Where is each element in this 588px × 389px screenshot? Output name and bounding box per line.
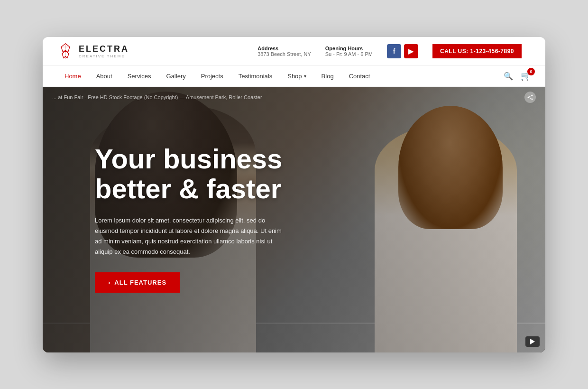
brand-tagline: CREATIVE THEME [79,54,129,58]
hero-title: Your business better & faster [95,144,285,204]
all-features-button[interactable]: › ALL FEATURES [95,272,180,293]
address-block: Address 3873 Beech Street, NY [257,46,311,57]
hero-description: Lorem ipsum dolor sit amet, consectetur … [95,215,285,257]
hours-block: Opening Hours Su - Fr: 9 AM - 6 PM [325,46,373,57]
cta-arrow: › [108,279,110,286]
address-label: Address [257,46,311,51]
nav-item-blog[interactable]: Blog [314,66,341,86]
share-button[interactable] [524,92,536,103]
hours-label: Opening Hours [325,46,373,51]
youtube-play-button[interactable] [525,336,540,347]
logo-area: ELECTRA CREATIVE THEME [57,43,129,60]
nav-item-contact[interactable]: Contact [341,66,378,86]
cta-label: ALL FEATURES [114,279,166,286]
header-info: Address 3873 Beech Street, NY Opening Ho… [257,44,522,58]
nav-right: 🔍 🛒 0 [504,71,531,81]
cart-badge: 0 [527,68,535,75]
nav-item-testimonials[interactable]: Testimonials [231,66,280,86]
brand-name: ELECTRA [79,44,129,54]
browser-window: ELECTRA CREATIVE THEME Address 3873 Beec… [43,37,545,352]
address-value: 3873 Beech Street, NY [257,51,311,57]
youtube-button[interactable]: ▶ [404,44,418,58]
video-label-bar: ... at Fun Fair - Free HD Stock Footage … [43,92,545,103]
cart-area[interactable]: 🛒 0 [521,71,531,81]
nav-item-shop[interactable]: Shop ▾ [280,66,313,86]
logo-text: ELECTRA CREATIVE THEME [79,44,129,58]
call-button[interactable]: CALL US: 1-123-456-7890 [432,44,522,58]
nav-item-about[interactable]: About [89,66,120,86]
nav-links: Home About Services Gallery Projects Tes… [57,66,504,86]
hero-title-line1: Your business [95,143,282,174]
nav-bar: Home About Services Gallery Projects Tes… [43,66,545,87]
svg-point-4 [64,50,66,52]
hero-title-line2: better & faster [95,173,281,204]
svg-line-8 [528,95,532,97]
search-icon[interactable]: 🔍 [504,72,513,81]
hours-value: Su - Fr: 9 AM - 6 PM [325,51,373,57]
nav-item-home[interactable]: Home [57,66,89,86]
nav-item-gallery[interactable]: Gallery [159,66,193,86]
social-icons: f ▶ [387,44,418,58]
play-triangle-icon [530,339,535,344]
nav-item-services[interactable]: Services [120,66,159,86]
logo-icon [57,43,74,60]
facebook-button[interactable]: f [387,44,401,58]
hero-section: ... at Fun Fair - Free HD Stock Footage … [43,87,545,352]
svg-line-9 [528,97,532,99]
shop-dropdown-arrow: ▾ [304,74,306,79]
header-top: ELECTRA CREATIVE THEME Address 3873 Beec… [43,37,545,66]
hero-content: Your business better & faster Lorem ipsu… [95,144,285,293]
video-label-text: ... at Fun Fair - Free HD Stock Footage … [52,94,262,100]
share-icon [527,94,533,100]
nav-item-projects[interactable]: Projects [193,66,231,86]
